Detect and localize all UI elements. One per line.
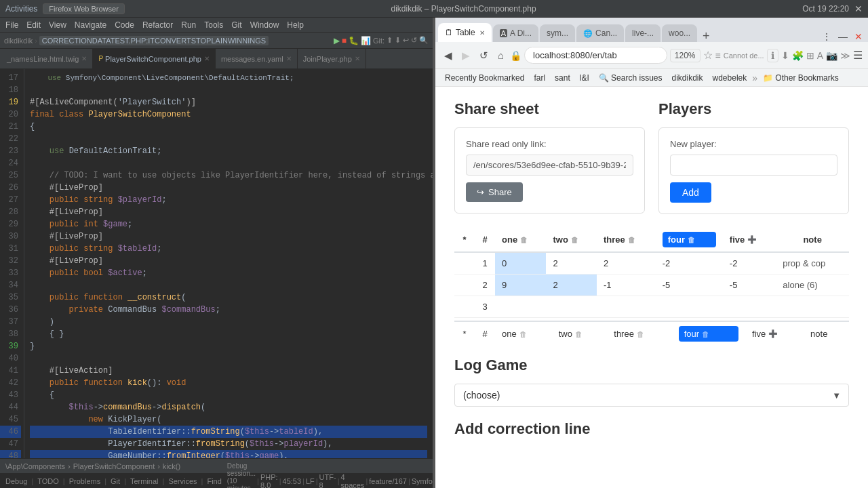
activities-label[interactable]: Activities bbox=[5, 4, 37, 14]
new-player-label: New player: bbox=[670, 139, 837, 149]
col-three-delete-icon[interactable]: 🗑 bbox=[628, 236, 635, 244]
log-game-select[interactable]: (choose) bbox=[454, 384, 849, 407]
git-rollback[interactable]: ↺ bbox=[411, 36, 417, 45]
row1-star bbox=[454, 252, 475, 274]
share-sheet-title: Share sheet bbox=[454, 100, 645, 118]
footer-col-two-delete-icon[interactable]: 🗑 bbox=[575, 330, 583, 338]
share-link-input[interactable] bbox=[466, 155, 633, 176]
row1-note: prop & cop bbox=[776, 252, 849, 274]
bookmark-star-icon[interactable]: ☆ bbox=[703, 49, 713, 62]
grid-icon[interactable]: ⊞ bbox=[806, 50, 814, 61]
browser-tab-sym[interactable]: sym... bbox=[540, 24, 575, 42]
debug-item-git[interactable]: Git bbox=[108, 477, 123, 485]
reader-mode-icon[interactable]: ≡ bbox=[715, 50, 721, 61]
browser-tab-live[interactable]: live-... bbox=[625, 24, 660, 42]
reload-btn[interactable]: ↺ bbox=[476, 48, 492, 63]
debug-item-services[interactable]: Services bbox=[165, 477, 199, 485]
bookmark-search-issues[interactable]: 🔍 Search issues bbox=[595, 72, 667, 84]
footer-col-one-delete-icon[interactable]: 🗑 bbox=[519, 330, 527, 338]
menu-edit[interactable]: Edit bbox=[22, 20, 45, 30]
menu-refactor[interactable]: Refactor bbox=[138, 20, 177, 30]
col-five-add-icon[interactable]: ➕ bbox=[747, 235, 757, 244]
debug-run-btn[interactable]: 🐛 bbox=[349, 36, 359, 45]
tab-names-line[interactable]: _namesLine.html.twig ✕ bbox=[1, 49, 93, 68]
debug-item-debug[interactable]: Debug bbox=[3, 477, 30, 485]
code-content[interactable]: use Symfony\Component\LiveComponent\Defa… bbox=[24, 69, 433, 458]
footer-col-five-add-icon[interactable]: ➕ bbox=[768, 329, 778, 338]
text-resize-icon[interactable]: A bbox=[817, 50, 823, 61]
browser-close-icon[interactable]: ✕ bbox=[852, 31, 865, 42]
new-tab-btn[interactable]: + bbox=[698, 30, 714, 42]
col-two-header: two 🗑 bbox=[546, 228, 597, 252]
browser-tab-woo[interactable]: woo... bbox=[662, 24, 697, 42]
forward-btn[interactable]: ▶ bbox=[458, 48, 473, 63]
debug-item-todo[interactable]: TODO bbox=[35, 477, 62, 485]
browser-tab-table[interactable]: 🗒 Table ✕ bbox=[438, 23, 492, 42]
row1-num: 1 bbox=[475, 252, 495, 274]
new-player-input[interactable] bbox=[670, 155, 837, 176]
bookmark-sant[interactable]: sant bbox=[551, 72, 574, 84]
share-button[interactable]: ↪ Share bbox=[466, 182, 523, 202]
extensions-icon[interactable]: 🧩 bbox=[792, 50, 804, 61]
browser-menu-btn[interactable]: ☰ bbox=[853, 49, 863, 62]
browser-tab-close-icon[interactable]: ✕ bbox=[479, 29, 485, 37]
browser-tab-can[interactable]: 🌐 Can... bbox=[576, 24, 624, 42]
menu-run[interactable]: Run bbox=[177, 20, 200, 30]
run-btn[interactable]: ▶ bbox=[334, 36, 340, 45]
table-row: 1 0 2 2 -2 -2 prop & cop bbox=[454, 252, 849, 274]
menu-navigate[interactable]: Navigate bbox=[71, 20, 111, 30]
git-pull[interactable]: ⬇ bbox=[395, 36, 401, 45]
browser-minimize-icon[interactable]: — bbox=[835, 31, 850, 42]
bookmark-wdebelek[interactable]: wdebelek bbox=[709, 72, 751, 84]
add-player-button[interactable]: Add bbox=[670, 182, 711, 203]
tab-messages[interactable]: messages.en.yaml ✕ bbox=[216, 49, 298, 68]
debug-encoding: UTF-8 bbox=[319, 473, 336, 489]
row2-one: 9 bbox=[495, 274, 546, 296]
window-close-btn[interactable]: ✕ bbox=[854, 3, 863, 14]
stop-btn[interactable]: ■ bbox=[342, 36, 347, 45]
footer-col-four-delete-icon[interactable]: 🗑 bbox=[702, 330, 709, 338]
address-input[interactable] bbox=[524, 47, 667, 64]
git-push[interactable]: ⬆ bbox=[387, 36, 393, 45]
more-tools-icon[interactable]: ≫ bbox=[840, 50, 850, 61]
bc-project[interactable]: dikdikdik bbox=[4, 37, 33, 45]
coverage-btn[interactable]: 📊 bbox=[361, 36, 371, 45]
bookmark-other[interactable]: 📁 Other Bookmarks bbox=[759, 72, 843, 84]
debug-item-problems[interactable]: Problems bbox=[66, 477, 103, 485]
bookmark-farl[interactable]: farl bbox=[530, 72, 549, 84]
firefox-browser-btn[interactable]: Firefox Web Browser bbox=[43, 3, 125, 14]
screenshot-icon[interactable]: 📷 bbox=[826, 50, 837, 61]
debug-session-info: Debug session... (10 minutes ago) bbox=[227, 462, 256, 488]
git-history[interactable]: ↩ bbox=[403, 36, 409, 45]
footer-col-three-delete-icon[interactable]: 🗑 bbox=[637, 330, 644, 338]
tab-playerswitch[interactable]: P PlayerSwitchComponent.php ✕ bbox=[93, 49, 216, 68]
bookmark-dikdikdik[interactable]: dikdikdik bbox=[667, 72, 707, 84]
menu-code[interactable]: Code bbox=[111, 20, 138, 30]
browser-tabs-menu-icon[interactable]: ⋮ bbox=[819, 31, 834, 42]
search-btn[interactable]: 🔍 bbox=[419, 36, 429, 45]
bookmark-i8i[interactable]: l&I bbox=[576, 72, 593, 84]
menu-file[interactable]: File bbox=[1, 20, 22, 30]
download-icon[interactable]: ⬇ bbox=[781, 50, 789, 61]
menu-view[interactable]: View bbox=[45, 20, 71, 30]
col-two-delete-icon[interactable]: 🗑 bbox=[571, 236, 578, 244]
bc-sep1: › bbox=[35, 37, 37, 45]
debug-item-find[interactable]: Find bbox=[204, 477, 224, 485]
back-btn[interactable]: ◀ bbox=[441, 48, 456, 63]
menu-window[interactable]: Window bbox=[246, 20, 283, 30]
col-one-delete-icon[interactable]: 🗑 bbox=[520, 236, 528, 244]
window-title: dikdikdik – PlayerSwitchComponent.php bbox=[125, 4, 802, 14]
home-btn[interactable]: ⌂ bbox=[494, 48, 507, 62]
tab-joinplayer[interactable]: JoinPlayer.php ✕ bbox=[298, 49, 366, 68]
info-icon[interactable]: ℹ bbox=[767, 49, 778, 62]
menu-help[interactable]: Help bbox=[283, 20, 308, 30]
browser-tab-adi[interactable]: A A Di... bbox=[493, 24, 538, 42]
bookmark-recently[interactable]: Recently Bookmarked bbox=[441, 72, 528, 84]
browser-panel: 🗒 Table ✕ A A Di... sym... 🌐 Can... live… bbox=[435, 18, 868, 488]
menu-git[interactable]: Git bbox=[227, 20, 245, 30]
debug-item-terminal[interactable]: Terminal bbox=[127, 477, 161, 485]
menu-tools[interactable]: Tools bbox=[200, 20, 227, 30]
status-bar: \App\Components › PlayerSwitchComponent … bbox=[0, 458, 433, 473]
col-four-delete-icon[interactable]: 🗑 bbox=[688, 236, 695, 244]
bc-active[interactable]: CORRECTIONDATATEST.PHP:ITCONVERTSTOPLAIN… bbox=[39, 36, 269, 45]
